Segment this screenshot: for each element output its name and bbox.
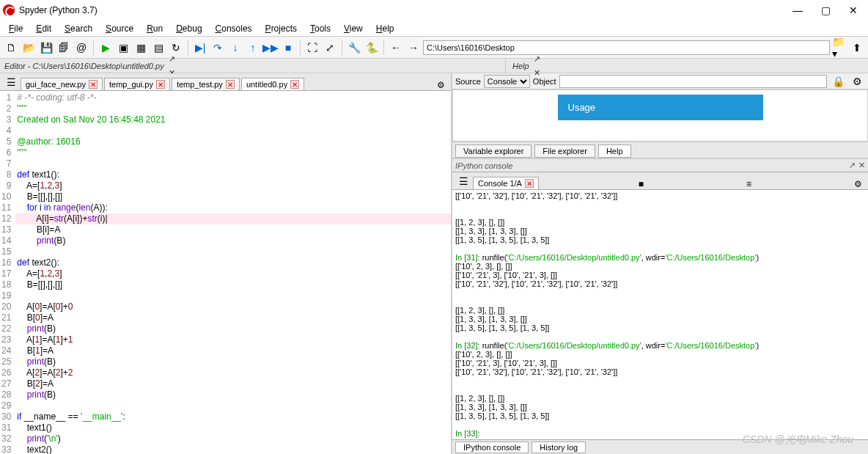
- undock-icon[interactable]: ↗: [169, 54, 500, 64]
- parent-dir-icon[interactable]: ⬆: [849, 40, 865, 56]
- step-out-icon[interactable]: ↑: [245, 40, 261, 56]
- close-tab-icon[interactable]: ✕: [156, 80, 165, 89]
- bottom-tab[interactable]: IPython console: [455, 442, 529, 453]
- close-console-icon[interactable]: ✕: [858, 161, 865, 170]
- ipython-title: IPython console: [455, 161, 512, 170]
- run-selection-icon[interactable]: ▤: [150, 40, 166, 56]
- working-dir-input[interactable]: C:\Users\16016\Desktop: [423, 40, 830, 55]
- help-tabs: Variable explorerFile explorerHelp: [452, 142, 868, 158]
- menu-edit[interactable]: Edit: [30, 22, 57, 35]
- close-tab-icon[interactable]: ✕: [226, 80, 235, 89]
- step-over-icon[interactable]: ↷: [210, 40, 226, 56]
- close-tab-icon[interactable]: ✕: [89, 80, 98, 89]
- undock-console-icon[interactable]: ↗: [849, 161, 856, 170]
- help-tab[interactable]: File explorer: [534, 144, 595, 158]
- save-all-icon[interactable]: 🗐: [56, 40, 72, 56]
- menu-run[interactable]: Run: [141, 22, 169, 35]
- menubar: FileEditSearchSourceRunDebugConsolesProj…: [0, 21, 868, 37]
- editor-tab[interactable]: temp_gui.py✕: [104, 78, 170, 90]
- fullscreen-icon[interactable]: ⤢: [322, 40, 338, 56]
- menu-projects[interactable]: Projects: [260, 22, 303, 35]
- lock-icon[interactable]: 🔒: [830, 73, 846, 89]
- undock-help-icon[interactable]: ↗: [534, 54, 865, 64]
- ipython-console[interactable]: [['10', '21', '32'], ['10', '21', '32'],…: [452, 190, 868, 439]
- watermark: CSDN @光电Mike Zhou: [743, 433, 853, 447]
- titlebar: Spyder (Python 3.7) — ▢ ✕: [0, 0, 868, 21]
- close-button[interactable]: ✕: [846, 4, 861, 16]
- spyder-icon: [3, 4, 15, 16]
- new-file-icon[interactable]: 🗋: [3, 40, 19, 56]
- preferences-icon[interactable]: 🔧: [346, 40, 362, 56]
- close-tab-icon[interactable]: ✕: [525, 179, 534, 188]
- object-input[interactable]: [559, 75, 827, 88]
- nav-back-icon[interactable]: ←: [388, 40, 404, 56]
- maximize-pane-icon[interactable]: ⛶: [304, 40, 320, 56]
- editor-tabbar: ☰ gui_face_new.py✕temp_gui.py✕temp_test.…: [0, 73, 451, 91]
- editor-tab[interactable]: untitled0.py✕: [241, 78, 304, 90]
- at-icon[interactable]: @: [73, 40, 89, 56]
- tab-list-icon[interactable]: ☰: [3, 74, 19, 90]
- gear-icon[interactable]: ⚙: [849, 73, 865, 89]
- console-stop-icon[interactable]: ■: [636, 179, 647, 189]
- menu-file[interactable]: File: [3, 22, 29, 35]
- step-into-icon[interactable]: ↓: [227, 40, 243, 56]
- menu-debug[interactable]: Debug: [170, 22, 207, 35]
- console-tabbar: ☰ Console 1/A✕ ■ ≡ ⚙: [452, 172, 868, 190]
- editor-tab[interactable]: temp_test.py✕: [172, 78, 240, 90]
- menu-search[interactable]: Search: [59, 22, 98, 35]
- open-file-icon[interactable]: 📂: [21, 40, 37, 56]
- continue-icon[interactable]: ▶▶: [262, 40, 279, 56]
- maximize-button[interactable]: ▢: [818, 4, 833, 16]
- console-tab[interactable]: Console 1/A✕: [473, 177, 539, 189]
- menu-help[interactable]: Help: [370, 22, 400, 35]
- editor-tab[interactable]: gui_face_new.py✕: [21, 78, 103, 90]
- usage-banner: Usage: [558, 95, 763, 120]
- object-label: Object: [533, 77, 556, 86]
- editor-options-icon[interactable]: ⚙: [434, 80, 448, 90]
- rerun-icon[interactable]: ↻: [168, 40, 184, 56]
- run-cell-icon[interactable]: ▣: [115, 40, 131, 56]
- code-editor[interactable]: 1234567891011121314151617181920212223242…: [0, 91, 451, 454]
- bottom-tab[interactable]: History log: [532, 442, 586, 453]
- source-select[interactable]: Console: [484, 75, 530, 88]
- run-cell-advance-icon[interactable]: ▦: [133, 40, 149, 56]
- minimize-button[interactable]: —: [790, 4, 805, 16]
- browse-dir-icon[interactable]: 📁▾: [831, 40, 847, 56]
- menu-consoles[interactable]: Consoles: [210, 22, 258, 35]
- help-tab[interactable]: Variable explorer: [455, 144, 532, 158]
- menu-view[interactable]: View: [338, 22, 369, 35]
- console-list-icon[interactable]: ☰: [455, 173, 471, 189]
- save-icon[interactable]: 💾: [38, 40, 54, 56]
- help-tab[interactable]: Help: [598, 144, 631, 158]
- console-options-icon[interactable]: ≡: [743, 179, 754, 189]
- source-label: Source: [455, 77, 481, 86]
- stop-debug-icon[interactable]: ■: [280, 40, 296, 56]
- help-label: Help: [508, 62, 534, 70]
- editor-path-label: Editor - C:\Users\16016\Desktop\untitled…: [0, 62, 169, 70]
- menu-source[interactable]: Source: [100, 22, 139, 35]
- nav-forward-icon[interactable]: →: [405, 40, 422, 56]
- window-title: Spyder (Python 3.7): [19, 5, 790, 15]
- menu-tools[interactable]: Tools: [304, 22, 336, 35]
- console-gear-icon[interactable]: ⚙: [851, 179, 865, 189]
- debug-icon[interactable]: ▶|: [192, 40, 208, 56]
- close-tab-icon[interactable]: ✕: [290, 80, 299, 89]
- pythonpath-icon[interactable]: 🐍: [364, 40, 380, 56]
- run-icon[interactable]: ▶: [98, 40, 114, 56]
